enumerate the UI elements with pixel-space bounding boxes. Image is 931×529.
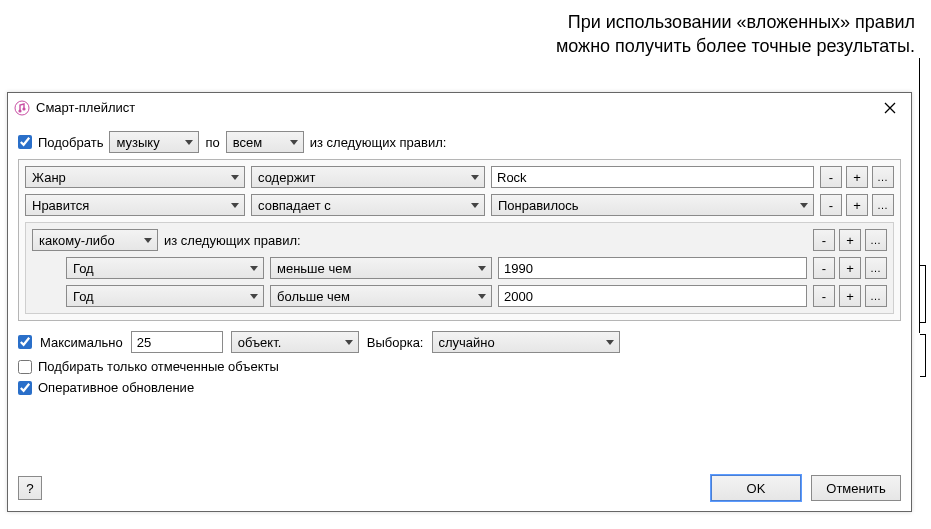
match-label: Подобрать bbox=[38, 135, 103, 150]
close-icon bbox=[884, 102, 896, 114]
rule-value-input[interactable] bbox=[498, 257, 807, 279]
remove-rule-button[interactable]: - bbox=[820, 166, 842, 188]
rule-row: Нравится совпадает с Понравилось - + … bbox=[25, 194, 894, 216]
annotation-bracket-top bbox=[920, 265, 926, 323]
titlebar: Смарт-плейлист bbox=[8, 93, 911, 123]
nested-rule-group: какому-либо из следующих правил: - + … Г… bbox=[25, 222, 894, 314]
dialog-title: Смарт-плейлист bbox=[36, 100, 135, 115]
match-row: Подобрать музыку по всем из следующих пр… bbox=[18, 131, 901, 153]
media-type-select[interactable]: музыку bbox=[109, 131, 199, 153]
rule-row: Год больше чем - + … bbox=[32, 285, 887, 307]
nested-scope-select[interactable]: какому-либо bbox=[32, 229, 158, 251]
limit-selection-select[interactable]: случайно bbox=[432, 331, 620, 353]
rule-field-select[interactable]: Год bbox=[66, 257, 264, 279]
add-rule-button[interactable]: + bbox=[839, 285, 861, 307]
rule-field-select[interactable]: Нравится bbox=[25, 194, 245, 216]
live-update-checkbox[interactable] bbox=[18, 381, 32, 395]
limit-label: Максимально bbox=[40, 335, 123, 350]
limit-unit-select[interactable]: объект. bbox=[231, 331, 359, 353]
annotation-line-2: можно получить более точные результаты. bbox=[0, 34, 915, 58]
rule-more-button[interactable]: … bbox=[865, 257, 887, 279]
add-rule-button[interactable]: + bbox=[846, 194, 868, 216]
add-rule-button[interactable]: + bbox=[839, 229, 861, 251]
rule-row: Жанр содержит - + … bbox=[25, 166, 894, 188]
nested-header-row: какому-либо из следующих правил: - + … bbox=[32, 229, 887, 251]
match-scope-select[interactable]: всем bbox=[226, 131, 304, 153]
rule-value-input[interactable] bbox=[491, 166, 814, 188]
rule-more-button[interactable]: … bbox=[865, 229, 887, 251]
add-rule-button[interactable]: + bbox=[839, 257, 861, 279]
close-button[interactable] bbox=[875, 93, 905, 123]
only-checked-label: Подбирать только отмеченные объекты bbox=[38, 359, 279, 374]
rule-value-input[interactable] bbox=[498, 285, 807, 307]
nested-suffix: из следующих правил: bbox=[164, 233, 301, 248]
match-by-label: по bbox=[205, 135, 219, 150]
dialog-footer: ? OK Отменить bbox=[18, 475, 901, 501]
svg-point-1 bbox=[18, 109, 21, 112]
callout-annotation: При использовании «вложенных» правил мож… bbox=[0, 10, 931, 59]
remove-rule-button[interactable]: - bbox=[813, 285, 835, 307]
limit-count-input[interactable] bbox=[131, 331, 223, 353]
rule-field-select[interactable]: Год bbox=[66, 285, 264, 307]
remove-rule-button[interactable]: - bbox=[820, 194, 842, 216]
match-suffix: из следующих правил: bbox=[310, 135, 447, 150]
cancel-button[interactable]: Отменить bbox=[811, 475, 901, 501]
rule-field-select[interactable]: Жанр bbox=[25, 166, 245, 188]
only-checked-checkbox[interactable] bbox=[18, 360, 32, 374]
remove-rule-button[interactable]: - bbox=[813, 229, 835, 251]
smart-playlist-dialog: Смарт-плейлист Подобрать музыку по всем … bbox=[7, 92, 912, 512]
rule-more-button[interactable]: … bbox=[872, 194, 894, 216]
rule-operator-select[interactable]: меньше чем bbox=[270, 257, 492, 279]
add-rule-button[interactable]: + bbox=[846, 166, 868, 188]
app-icon bbox=[14, 100, 30, 116]
match-checkbox[interactable] bbox=[18, 135, 32, 149]
svg-point-0 bbox=[15, 101, 29, 115]
rule-value-select[interactable]: Понравилось bbox=[491, 194, 814, 216]
ok-button[interactable]: OK bbox=[711, 475, 801, 501]
annotation-line-1: При использовании «вложенных» правил bbox=[0, 10, 915, 34]
rule-operator-select[interactable]: больше чем bbox=[270, 285, 492, 307]
annotation-bracket-bottom bbox=[920, 334, 926, 377]
svg-point-2 bbox=[22, 107, 25, 110]
remove-rule-button[interactable]: - bbox=[813, 257, 835, 279]
rule-more-button[interactable]: … bbox=[865, 285, 887, 307]
only-checked-row: Подбирать только отмеченные объекты bbox=[18, 359, 901, 374]
help-button[interactable]: ? bbox=[18, 476, 42, 500]
live-update-row: Оперативное обновление bbox=[18, 380, 901, 395]
rule-more-button[interactable]: … bbox=[872, 166, 894, 188]
rules-container: Жанр содержит - + … Нравится совпадает с… bbox=[18, 159, 901, 321]
limit-selection-label: Выборка: bbox=[367, 335, 424, 350]
rule-row: Год меньше чем - + … bbox=[32, 257, 887, 279]
rule-operator-select[interactable]: содержит bbox=[251, 166, 485, 188]
rule-operator-select[interactable]: совпадает с bbox=[251, 194, 485, 216]
limit-row: Максимально объект. Выборка: случайно bbox=[18, 331, 901, 353]
limit-checkbox[interactable] bbox=[18, 335, 32, 349]
live-update-label: Оперативное обновление bbox=[38, 380, 194, 395]
